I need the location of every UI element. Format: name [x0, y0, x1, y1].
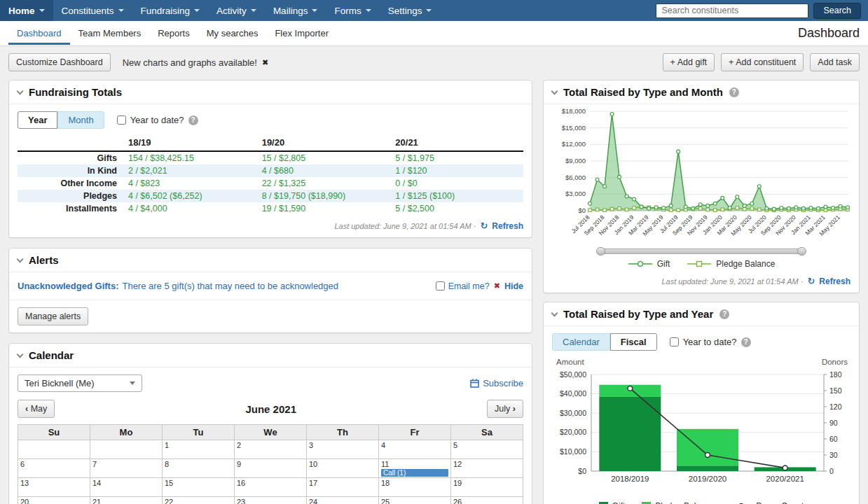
collapse-chevron-icon[interactable] — [17, 88, 24, 94]
calendar-owner-select[interactable]: Teri Bicknell (Me) — [18, 374, 142, 392]
tab-my-searches[interactable]: My searches — [198, 22, 267, 45]
refresh-icon[interactable]: ↻ — [807, 276, 815, 286]
calendar-day-1[interactable]: 1 — [163, 440, 235, 459]
calendar-day-14[interactable]: 14 — [90, 478, 163, 497]
add-constituent-button[interactable]: + Add constituent — [721, 53, 804, 71]
calendar-day-20[interactable]: 20 — [18, 497, 90, 504]
calendar-day-12[interactable]: 12 — [451, 459, 523, 478]
next-month-button[interactable]: July › — [487, 400, 523, 418]
help-icon[interactable]: ? — [188, 115, 198, 125]
month-chart-title: Total Raised by Type and Month — [563, 86, 723, 98]
calendar-day-8[interactable]: 8 — [163, 459, 235, 478]
alert-link[interactable]: Unacknowledged Gifts: — [18, 281, 118, 291]
collapse-chevron-icon[interactable] — [551, 88, 558, 94]
calendar-month-title: June 2021 — [55, 403, 487, 415]
calendar-day-header: Fr — [379, 425, 451, 440]
calendar-day-3[interactable]: 3 — [307, 440, 379, 459]
year-to-date-checkbox[interactable] — [670, 337, 679, 346]
svg-text:30: 30 — [829, 451, 838, 459]
calendar-day-22[interactable]: 22 — [163, 497, 235, 504]
nav-item-fundraising[interactable]: Fundraising — [132, 0, 209, 21]
calendar-event[interactable]: Call (1) — [381, 469, 448, 477]
svg-text:2018/2019: 2018/2019 — [611, 475, 649, 483]
nav-item-constituents[interactable]: Constituents — [53, 0, 132, 21]
search-input[interactable] — [656, 4, 808, 18]
calendar-day-26[interactable]: 26 — [451, 497, 523, 504]
refresh-link[interactable]: Refresh — [819, 276, 850, 286]
calendar-day-21[interactable]: 21 — [90, 497, 163, 504]
nav-item-home[interactable]: Home — [0, 0, 53, 21]
nav-item-forms[interactable]: Forms — [326, 0, 379, 21]
refresh-link[interactable]: Refresh — [492, 221, 523, 231]
chart-range-slider[interactable] — [596, 247, 806, 255]
hide-alert-link[interactable]: Hide — [504, 281, 523, 291]
customize-dashboard-button[interactable]: Customize Dashboard — [8, 53, 111, 71]
tab-flex-importer[interactable]: Flex Importer — [266, 22, 337, 45]
calendar-day-7[interactable]: 7 — [90, 459, 163, 478]
totals-toggle-month[interactable]: Month — [57, 111, 104, 129]
year-toggle-calendar[interactable]: Calendar — [552, 333, 610, 351]
fundraising-totals-title: Fundraising Totals — [29, 86, 122, 98]
refresh-icon[interactable]: ↻ — [480, 220, 488, 231]
tab-dashboard[interactable]: Dashboard — [8, 22, 70, 45]
tab-reports[interactable]: Reports — [149, 22, 198, 45]
svg-text:$20,000: $20,000 — [560, 428, 586, 436]
calendar-day-4[interactable]: 4 — [379, 440, 451, 459]
calendar-panel: Calendar Teri Bicknell (Me) Subscribe — [8, 343, 532, 504]
calendar-day-17[interactable]: 17 — [307, 478, 379, 497]
help-icon[interactable]: ? — [741, 337, 751, 347]
calendar-empty-cell[interactable] — [18, 440, 90, 459]
prev-month-button[interactable]: ‹ May — [18, 400, 55, 418]
calendar-day-24[interactable]: 24 — [307, 497, 379, 504]
slider-handle-left[interactable] — [596, 247, 605, 255]
add-gift-button[interactable]: + Add gift — [663, 53, 715, 71]
collapse-chevron-icon[interactable] — [551, 309, 558, 316]
nav-item-settings[interactable]: Settings — [380, 0, 441, 21]
add-task-button[interactable]: Add task — [810, 53, 860, 71]
calendar-day-6[interactable]: 6 — [18, 459, 90, 478]
help-icon[interactable]: ? — [729, 88, 739, 97]
manage-alerts-button[interactable]: Manage alerts — [18, 307, 88, 326]
svg-text:150: 150 — [829, 386, 842, 395]
dismiss-notice-icon[interactable]: ✖ — [262, 58, 268, 67]
alerts-title: Alerts — [29, 254, 59, 266]
calendar-day-11[interactable]: 11Call (1) — [379, 459, 451, 478]
calendar-day-16[interactable]: 16 — [235, 478, 307, 497]
calendar-day-5[interactable]: 5 — [451, 440, 523, 459]
alerts-panel: Alerts Unacknowledged Gifts: There are 5… — [8, 248, 532, 333]
email-me-checkbox[interactable] — [436, 281, 445, 290]
legend-item-gift: Gift — [599, 501, 626, 504]
help-icon[interactable]: ? — [719, 309, 729, 319]
tab-team-members[interactable]: Team Members — [70, 22, 150, 45]
calendar-empty-cell[interactable] — [90, 440, 163, 459]
chevron-down-icon — [39, 9, 45, 12]
calendar-day-19[interactable]: 19 — [451, 478, 523, 497]
nav-item-mailings[interactable]: Mailings — [265, 0, 326, 21]
month-chart-legend: GiftPledge Balance — [551, 255, 852, 270]
year-to-date-checkbox[interactable] — [117, 115, 126, 125]
calendar-day-23[interactable]: 23 — [235, 497, 307, 504]
calendar-day-15[interactable]: 15 — [163, 478, 235, 497]
calendar-day-10[interactable]: 10 — [307, 459, 379, 478]
year-toggle-fiscal[interactable]: Fiscal — [610, 333, 657, 351]
calendar-day-header: Tu — [163, 425, 235, 440]
calendar-day-2[interactable]: 2 — [235, 440, 307, 459]
svg-text:2020/2021: 2020/2021 — [766, 475, 804, 483]
year-chart-title: Total Raised by Type and Year — [563, 308, 713, 320]
collapse-chevron-icon[interactable] — [17, 255, 24, 262]
calendar-day-9[interactable]: 9 — [235, 459, 307, 478]
subscribe-link[interactable]: Subscribe — [470, 378, 523, 388]
slider-track[interactable] — [604, 248, 799, 254]
hide-alert-icon[interactable]: ✖ — [494, 281, 500, 290]
calendar-day-18[interactable]: 18 — [379, 478, 451, 497]
chevron-down-icon — [251, 9, 256, 12]
totals-row-gifts: Gifts154 / $38,425.1515 / $2,8055 / $1,9… — [18, 151, 523, 164]
calendar-day-25[interactable]: 25 — [379, 497, 451, 504]
search-button[interactable]: Search — [813, 3, 861, 19]
calendar-day-13[interactable]: 13 — [18, 478, 90, 497]
slider-handle-right[interactable] — [797, 247, 806, 255]
totals-toggle-year[interactable]: Year — [18, 111, 57, 129]
collapse-chevron-icon[interactable] — [17, 351, 24, 358]
nav-item-activity[interactable]: Activity — [208, 0, 265, 21]
nav-search: Search — [656, 0, 868, 21]
